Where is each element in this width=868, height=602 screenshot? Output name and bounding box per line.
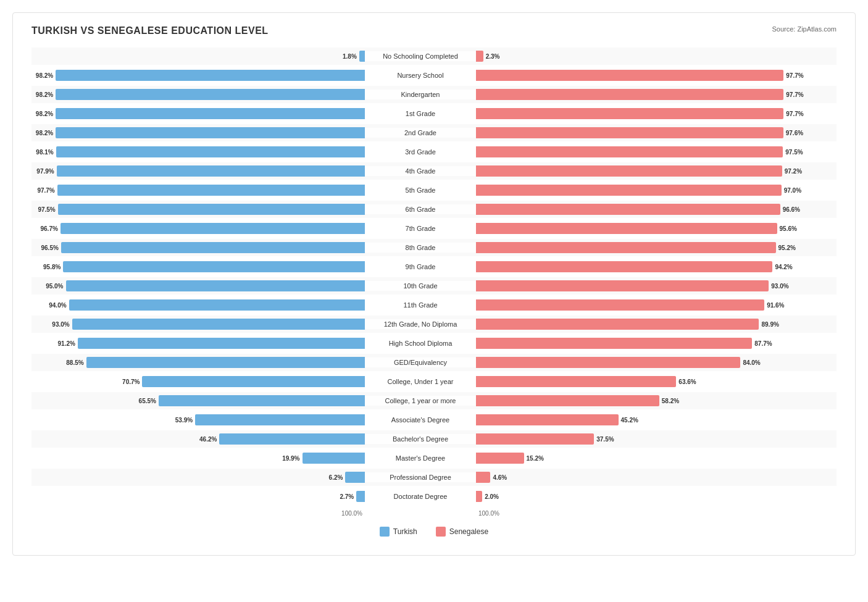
- bar-row: 6.2%Professional Degree4.6%: [31, 469, 837, 486]
- right-bar-section: 84.0%: [476, 354, 809, 371]
- senegalese-color-box: [436, 527, 446, 537]
- bar-row: 97.5%6th Grade96.6%: [31, 201, 837, 218]
- bar-right: [476, 127, 783, 138]
- bar-left: [63, 261, 365, 272]
- value-right: 94.2%: [775, 264, 792, 270]
- bar-right: [476, 433, 594, 445]
- left-bar-section: 95.8%: [31, 258, 365, 275]
- value-right: 15.2%: [527, 455, 544, 462]
- bar-label: 7th Grade: [365, 224, 476, 233]
- value-left: 6.2%: [329, 474, 343, 481]
- bar-left: [69, 299, 365, 311]
- axis-left-label: 100.0%: [31, 510, 365, 517]
- value-left: 98.2%: [36, 111, 53, 117]
- left-bar-section: 6.2%: [31, 469, 365, 486]
- left-bar-section: 97.9%: [31, 162, 365, 180]
- senegalese-label: Senegalese: [449, 527, 488, 536]
- bar-label: 5th Grade: [365, 185, 476, 195]
- chart-title: TURKISH VS SENEGALESE EDUCATION LEVEL: [31, 25, 269, 36]
- value-right: 87.7%: [754, 340, 772, 347]
- value-right: 95.2%: [778, 245, 796, 251]
- bar-label: Bachelor's Degree: [365, 434, 476, 444]
- right-bar-section: 2.3%: [476, 48, 809, 65]
- bar-right: [476, 70, 783, 81]
- bar-right: [476, 165, 782, 177]
- right-bar-section: 94.2%: [476, 258, 809, 275]
- bar-label: Associate's Degree: [365, 415, 476, 425]
- bar-label: 9th Grade: [365, 262, 476, 272]
- value-left: 95.8%: [43, 264, 61, 270]
- bar-row: 96.5%8th Grade95.2%: [31, 239, 837, 256]
- value-right: 89.9%: [761, 321, 778, 328]
- bar-row: 95.0%10th Grade93.0%: [31, 277, 837, 295]
- right-bar-section: 97.6%: [476, 124, 809, 141]
- bar-left: [56, 108, 365, 119]
- bar-row: 96.7%7th Grade95.6%: [31, 220, 837, 237]
- chart-header: TURKISH VS SENEGALESE EDUCATION LEVEL So…: [31, 25, 837, 36]
- right-bar-section: 93.0%: [476, 277, 809, 295]
- chart-area: 1.8%No Schooling Completed2.3%98.2%Nurse…: [31, 48, 837, 519]
- bar-left: [61, 242, 365, 253]
- axis-row: 100.0%100.0%: [31, 507, 837, 519]
- bar-label: No Schooling Completed: [365, 51, 476, 61]
- value-right: 58.2%: [662, 398, 679, 404]
- left-bar-section: 93.0%: [31, 316, 365, 333]
- value-right: 97.2%: [785, 168, 802, 175]
- bar-left: [159, 395, 365, 406]
- turkish-label: Turkish: [393, 527, 417, 536]
- bar-left: [356, 491, 365, 502]
- bar-label: 1st Grade: [365, 109, 476, 119]
- bar-label: Nursery School: [365, 70, 476, 80]
- value-left: 93.0%: [52, 321, 69, 328]
- value-left: 97.9%: [36, 168, 54, 175]
- value-left: 91.2%: [58, 340, 75, 347]
- left-bar-section: 98.1%: [31, 143, 365, 161]
- bar-label: 10th Grade: [365, 281, 476, 291]
- right-bar-section: 63.6%: [476, 373, 809, 390]
- value-right: 93.0%: [771, 283, 788, 290]
- bar-row: 97.7%5th Grade97.0%: [31, 182, 837, 199]
- bar-right: [476, 376, 676, 387]
- bar-right: [476, 204, 780, 215]
- bar-label: 6th Grade: [365, 204, 476, 214]
- bar-label: Doctorate Degree: [365, 491, 476, 501]
- right-bar-section: 4.6%: [476, 469, 809, 486]
- bar-label: College, 1 year or more: [365, 396, 476, 406]
- bar-right: [476, 395, 659, 406]
- bar-left: [303, 453, 365, 464]
- bar-row: 98.2%Nursery School97.7%: [31, 67, 837, 84]
- value-left: 98.2%: [36, 91, 53, 98]
- bar-label: GED/Equivalency: [365, 357, 476, 367]
- bar-row: 98.2%1st Grade97.7%: [31, 105, 837, 122]
- value-left: 53.9%: [175, 417, 193, 424]
- right-bar-section: 45.2%: [476, 411, 809, 429]
- bar-left: [219, 433, 365, 445]
- right-bar-section: 95.6%: [476, 220, 809, 237]
- left-bar-section: 91.2%: [31, 335, 365, 352]
- bar-row: 1.8%No Schooling Completed2.3%: [31, 48, 837, 65]
- value-right: 97.5%: [785, 149, 803, 156]
- bar-left: [66, 280, 365, 291]
- value-right: 37.5%: [596, 436, 614, 443]
- value-right: 4.6%: [493, 474, 507, 481]
- bar-row: 46.2%Bachelor's Degree37.5%: [31, 430, 837, 448]
- value-right: 97.7%: [786, 91, 803, 98]
- bar-right: [476, 319, 759, 330]
- bar-row: 93.0%12th Grade, No Diploma89.9%: [31, 316, 837, 333]
- bar-left: [78, 338, 365, 349]
- right-bar-section: 15.2%: [476, 449, 809, 467]
- left-bar-section: 97.7%: [31, 182, 365, 199]
- value-left: 94.0%: [49, 302, 66, 309]
- bar-row: 98.2%2nd Grade97.6%: [31, 124, 837, 141]
- bar-right: [476, 472, 490, 483]
- right-bar-section: 2.0%: [476, 488, 809, 505]
- bar-label: 4th Grade: [365, 166, 476, 176]
- bar-row: 98.2%Kindergarten97.7%: [31, 86, 837, 103]
- value-right: 45.2%: [621, 417, 638, 424]
- bar-label: 8th Grade: [365, 243, 476, 253]
- bar-label: College, Under 1 year: [365, 377, 476, 387]
- value-left: 70.7%: [122, 378, 140, 385]
- bar-row: 65.5%College, 1 year or more58.2%: [31, 392, 837, 409]
- bar-left: [56, 89, 365, 100]
- left-bar-section: 88.5%: [31, 354, 365, 371]
